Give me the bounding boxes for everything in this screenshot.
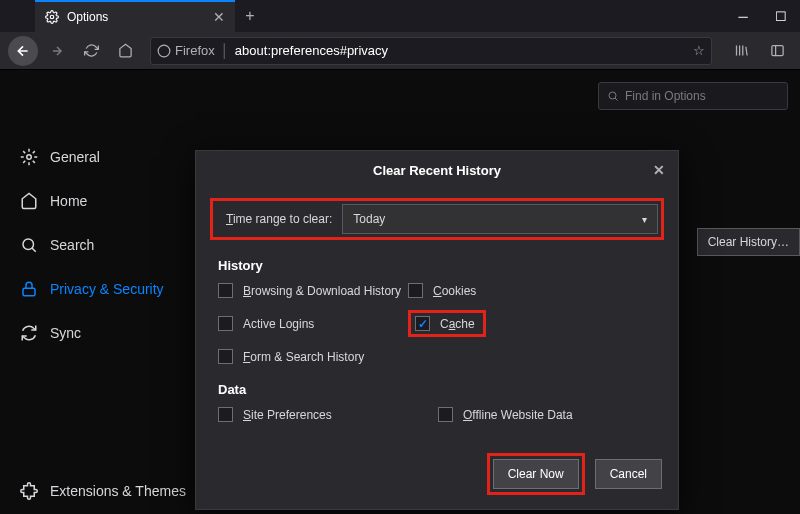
clear-now-button[interactable]: Clear Now: [493, 459, 579, 489]
dialog-button-row: Clear Now Cancel: [487, 453, 662, 495]
sync-icon: [20, 324, 38, 342]
preferences-content: Find in Options General Home Search Priv…: [0, 70, 800, 514]
cache-highlight: Cache: [408, 310, 486, 337]
category-extensions[interactable]: Extensions & Themes: [10, 474, 196, 508]
svg-point-0: [50, 15, 54, 19]
checkbox-box[interactable]: [218, 283, 233, 298]
checkbox-cache[interactable]: Cache: [415, 316, 475, 331]
checkbox-active-logins[interactable]: Active Logins: [218, 316, 408, 331]
checkbox-site-preferences[interactable]: Site Preferences: [218, 407, 438, 422]
gear-icon: [20, 148, 38, 166]
data-section: Data Site Preferences Offline Website Da…: [218, 382, 656, 422]
back-button[interactable]: [8, 36, 38, 66]
nav-toolbar: Firefox │ about:preferences#privacy ☆: [0, 32, 800, 70]
svg-point-3: [609, 92, 616, 99]
timerange-highlight: Time range to clear: Today ▾: [210, 198, 664, 240]
checkbox-box[interactable]: [218, 316, 233, 331]
checkbox-box[interactable]: [408, 283, 423, 298]
svg-point-5: [23, 239, 34, 250]
category-privacy[interactable]: Privacy & Security: [10, 272, 190, 306]
history-section: History Browsing & Download History Cook…: [218, 258, 656, 364]
forward-button[interactable]: [42, 36, 72, 66]
checkbox-box[interactable]: [415, 316, 430, 331]
dialog-title: Clear Recent History: [373, 163, 501, 178]
sidebar-button[interactable]: [762, 36, 792, 66]
tab-title: Options: [67, 10, 108, 24]
puzzle-icon: [20, 482, 38, 500]
new-tab-button[interactable]: +: [235, 0, 265, 32]
checkbox-offline-data[interactable]: Offline Website Data: [438, 407, 656, 422]
category-home[interactable]: Home: [10, 184, 190, 218]
history-heading: History: [218, 258, 656, 273]
firefox-icon: [157, 44, 171, 58]
url-bar[interactable]: Firefox │ about:preferences#privacy ☆: [150, 37, 712, 65]
home-button[interactable]: [110, 36, 140, 66]
tab-options[interactable]: Options ✕: [35, 0, 235, 32]
timerange-value: Today: [353, 212, 385, 226]
reload-button[interactable]: [76, 36, 106, 66]
category-label: Extensions & Themes: [50, 483, 186, 499]
clear-history-button[interactable]: Clear History…: [697, 228, 800, 256]
maximize-button[interactable]: ☐: [762, 0, 800, 32]
chevron-down-icon: ▾: [642, 214, 647, 225]
checkbox-form-history[interactable]: Form & Search History: [218, 349, 408, 364]
dialog-close-button[interactable]: ✕: [650, 161, 668, 179]
cancel-button[interactable]: Cancel: [595, 459, 662, 489]
find-placeholder: Find in Options: [625, 89, 706, 103]
svg-point-4: [27, 155, 32, 160]
tab-strip: Options ✕ + ─ ☐: [0, 0, 800, 32]
timerange-label: Time range to clear:: [216, 206, 342, 232]
close-tab-icon[interactable]: ✕: [213, 9, 225, 25]
bookmark-star-icon[interactable]: ☆: [693, 43, 705, 58]
svg-rect-6: [23, 288, 35, 296]
checkbox-cookies[interactable]: Cookies: [408, 283, 656, 298]
gear-icon: [45, 10, 59, 24]
data-heading: Data: [218, 382, 656, 397]
checkbox-box[interactable]: [438, 407, 453, 422]
url-text: about:preferences#privacy: [235, 43, 388, 58]
category-label: Sync: [50, 325, 81, 341]
category-list: General Home Search Privacy & Security S…: [10, 140, 190, 350]
clear-history-dialog: Clear Recent History ✕ Time range to cle…: [195, 150, 679, 510]
search-icon: [20, 236, 38, 254]
identity-box[interactable]: Firefox: [157, 43, 215, 58]
library-button[interactable]: [726, 36, 756, 66]
lock-icon: [20, 280, 38, 298]
category-label: Home: [50, 193, 87, 209]
category-label: Search: [50, 237, 94, 253]
category-sync[interactable]: Sync: [10, 316, 190, 350]
timerange-select[interactable]: Today ▾: [342, 204, 658, 234]
home-icon: [20, 192, 38, 210]
minimize-button[interactable]: ─: [724, 0, 762, 32]
checkbox-box[interactable]: [218, 349, 233, 364]
svg-point-1: [158, 45, 170, 57]
find-in-options[interactable]: Find in Options: [598, 82, 788, 110]
checkbox-box[interactable]: [218, 407, 233, 422]
identity-label: Firefox: [175, 43, 215, 58]
category-search[interactable]: Search: [10, 228, 190, 262]
dialog-title-bar: Clear Recent History ✕: [196, 151, 678, 190]
svg-rect-2: [771, 46, 782, 56]
category-general[interactable]: General: [10, 140, 190, 174]
category-label: Privacy & Security: [50, 281, 164, 297]
checkbox-browsing-history[interactable]: Browsing & Download History: [218, 283, 408, 298]
category-label: General: [50, 149, 100, 165]
window-controls: ─ ☐: [724, 0, 800, 32]
clearnow-highlight: Clear Now: [487, 453, 585, 495]
search-icon: [607, 90, 619, 102]
